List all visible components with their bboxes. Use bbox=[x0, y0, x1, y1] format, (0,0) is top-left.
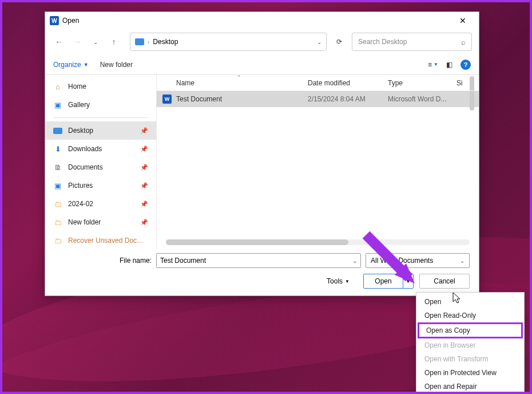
file-row[interactable]: W Test Document 2/15/2024 8:04 AM Micros… bbox=[157, 91, 479, 107]
chevron-right-icon: › bbox=[148, 39, 149, 45]
recent-locations-button[interactable]: ⌄ bbox=[89, 35, 102, 49]
column-header-type[interactable]: Type bbox=[388, 79, 456, 87]
pin-icon: 📌 bbox=[140, 164, 148, 171]
up-button[interactable]: ↑ bbox=[107, 35, 121, 49]
file-list-panel: ⌃ Name Date modified Type Si W Test Docu… bbox=[157, 75, 479, 249]
column-header-name[interactable]: Name bbox=[176, 79, 308, 87]
navigation-sidebar: ⌂ Home ▣ Gallery Desktop 📌 ⬇ Downloads 📌… bbox=[45, 75, 157, 249]
sidebar-separator bbox=[53, 117, 148, 118]
tools-button[interactable]: Tools ▼ bbox=[327, 277, 350, 285]
file-type-filter[interactable]: All Word Documents ⌄ bbox=[366, 253, 470, 268]
menu-item-open-in-browser: Open in Browser bbox=[418, 338, 523, 352]
title-bar: W Open ✕ bbox=[45, 12, 479, 29]
menu-item-open-as-copy[interactable]: Open as Copy bbox=[418, 322, 523, 338]
search-placeholder: Search Desktop bbox=[358, 38, 407, 46]
sort-indicator-icon: ⌃ bbox=[237, 74, 241, 80]
chevron-down-icon: ▼ bbox=[434, 62, 438, 67]
chevron-down-icon[interactable]: ⌄ bbox=[352, 258, 357, 264]
pin-icon: 📌 bbox=[140, 219, 148, 226]
help-button[interactable]: ? bbox=[460, 60, 471, 70]
open-split-dropdown[interactable]: ▼ bbox=[403, 274, 413, 288]
desktop-icon bbox=[135, 38, 144, 45]
chevron-down-icon[interactable]: ⌄ bbox=[460, 258, 464, 264]
pin-icon: 📌 bbox=[140, 127, 148, 135]
open-button[interactable]: Open ▼ bbox=[363, 274, 414, 289]
preview-pane-button[interactable]: ◧ bbox=[446, 61, 452, 69]
refresh-button[interactable]: ⟳ bbox=[331, 34, 347, 50]
sidebar-item-folder[interactable]: 🗀 New folder 📌 bbox=[45, 213, 156, 231]
forward-button[interactable]: → bbox=[70, 35, 84, 49]
menu-item-open-protected[interactable]: Open in Protected View bbox=[418, 366, 523, 380]
file-type: Microsoft Word D... bbox=[388, 95, 468, 103]
pin-icon: 📌 bbox=[140, 200, 148, 208]
pin-icon: 📌 bbox=[140, 145, 148, 153]
new-folder-button[interactable]: New folder bbox=[100, 61, 133, 69]
file-date: 2/15/2024 8:04 AM bbox=[308, 95, 388, 103]
column-headers: ⌃ Name Date modified Type Si bbox=[157, 75, 479, 91]
word-document-icon: W bbox=[162, 94, 172, 104]
sidebar-item-home[interactable]: ⌂ Home bbox=[45, 77, 156, 96]
filename-label: File name: bbox=[54, 257, 152, 265]
sidebar-item-folder[interactable]: 🗀 2024-02 📌 bbox=[45, 195, 156, 213]
cancel-button[interactable]: Cancel bbox=[419, 274, 470, 289]
view-options-button[interactable]: ≡ ▼ bbox=[428, 61, 438, 69]
close-button[interactable]: ✕ bbox=[451, 12, 474, 29]
toolbar: Organize ▼ New folder ≡ ▼ ◧ ? bbox=[45, 54, 479, 75]
sidebar-item-folder[interactable]: 🗀 Recover Unsaved Doc… bbox=[45, 231, 156, 249]
home-icon: ⌂ bbox=[53, 82, 62, 91]
search-input[interactable]: Search Desktop ⌕ bbox=[352, 33, 472, 51]
address-dropdown[interactable]: ⌄ bbox=[317, 39, 321, 45]
menu-item-open-with-transform: Open with Transform bbox=[418, 352, 523, 366]
pin-icon: 📌 bbox=[140, 182, 148, 190]
organize-button[interactable]: Organize ▼ bbox=[53, 61, 89, 69]
filename-input[interactable]: Test Document ⌄ bbox=[156, 253, 361, 268]
search-icon: ⌕ bbox=[461, 38, 466, 46]
picture-icon: ▣ bbox=[53, 181, 62, 190]
sidebar-item-downloads[interactable]: ⬇ Downloads 📌 bbox=[45, 140, 156, 158]
file-name: Test Document bbox=[176, 95, 308, 103]
chevron-down-icon: ▼ bbox=[345, 279, 350, 284]
back-button[interactable]: ← bbox=[52, 35, 66, 49]
window-title: Open bbox=[62, 17, 451, 25]
chevron-down-icon: ▼ bbox=[84, 62, 89, 68]
list-icon: ≡ bbox=[428, 61, 432, 69]
address-bar[interactable]: › Desktop ⌄ bbox=[130, 33, 327, 51]
nav-bar: ← → ⌄ ↑ › Desktop ⌄ ⟳ Search Desktop ⌕ bbox=[45, 29, 479, 54]
dialog-footer: File name: Test Document ⌄ All Word Docu… bbox=[45, 249, 479, 296]
open-options-menu: Open Open Read-Only Open as Copy Open in… bbox=[416, 292, 525, 394]
folder-icon: 🗀 bbox=[53, 218, 62, 227]
sidebar-item-desktop[interactable]: Desktop 📌 bbox=[45, 121, 156, 140]
word-app-icon: W bbox=[50, 16, 59, 25]
menu-item-open-readonly[interactable]: Open Read-Only bbox=[418, 309, 523, 322]
sidebar-item-gallery[interactable]: ▣ Gallery bbox=[45, 96, 156, 114]
panel-icon: ◧ bbox=[446, 61, 452, 69]
document-icon: 🗎 bbox=[53, 163, 62, 172]
column-header-size[interactable]: Si bbox=[456, 79, 479, 87]
horizontal-scrollbar[interactable] bbox=[166, 239, 470, 245]
gallery-icon: ▣ bbox=[53, 100, 62, 109]
menu-item-open[interactable]: Open bbox=[418, 295, 523, 309]
sidebar-item-pictures[interactable]: ▣ Pictures 📌 bbox=[45, 176, 156, 195]
open-file-dialog: W Open ✕ ← → ⌄ ↑ › Desktop ⌄ ⟳ Search De… bbox=[45, 11, 479, 296]
desktop-icon bbox=[53, 128, 62, 134]
download-icon: ⬇ bbox=[53, 144, 62, 153]
folder-icon: 🗀 bbox=[53, 199, 62, 208]
column-header-date[interactable]: Date modified bbox=[308, 79, 388, 87]
menu-item-open-and-repair[interactable]: Open and Repair bbox=[418, 380, 523, 393]
sidebar-item-documents[interactable]: 🗎 Documents 📌 bbox=[45, 158, 156, 176]
folder-icon: 🗀 bbox=[53, 236, 62, 245]
location-text: Desktop bbox=[153, 38, 178, 46]
